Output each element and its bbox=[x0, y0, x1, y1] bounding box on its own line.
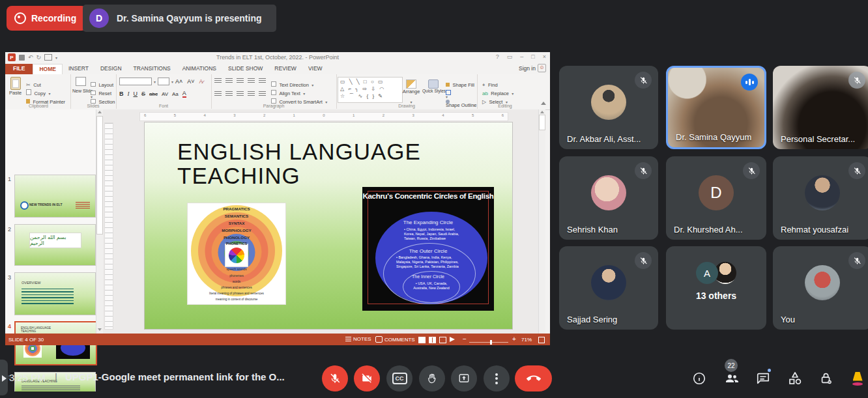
captions-button[interactable]: CC bbox=[386, 365, 412, 391]
help-button[interactable]: ? bbox=[496, 53, 499, 60]
align-center-icon[interactable] bbox=[225, 91, 233, 97]
zoom-in-button[interactable]: + bbox=[512, 335, 516, 343]
align-right-icon[interactable] bbox=[237, 91, 244, 97]
new-slide-button[interactable]: New Slide bbox=[72, 77, 89, 93]
mic-muted-icon bbox=[848, 162, 865, 179]
strikethrough-button[interactable]: S bbox=[141, 91, 145, 97]
quick-access-toolbar[interactable]: P ↶ ↻ ▾ bbox=[8, 53, 57, 61]
slide-sorter-view-button[interactable] bbox=[429, 337, 436, 343]
ppt-window-controls[interactable]: ? ▭ – □ × bbox=[496, 53, 546, 60]
slideshow-view-button[interactable] bbox=[450, 337, 455, 342]
participant-tile-others[interactable]: A 13 others bbox=[666, 246, 766, 330]
tab-home[interactable]: HOME bbox=[33, 64, 63, 74]
participants-button[interactable] bbox=[723, 370, 740, 387]
quick-styles-button[interactable]: Quick Styles bbox=[422, 79, 444, 93]
reading-view-button[interactable] bbox=[439, 337, 446, 343]
collapse-ribbon-icon[interactable] bbox=[541, 102, 546, 105]
slide-thumbnail-3[interactable]: OVERVIEW bbox=[14, 272, 96, 315]
lamp-extension-icon[interactable] bbox=[849, 370, 866, 387]
tab-animations[interactable]: ANIMATIONS bbox=[177, 64, 222, 74]
mic-toggle-button-muted[interactable] bbox=[322, 365, 348, 391]
tab-view[interactable]: VIEW bbox=[302, 64, 328, 74]
editor-scrollbar[interactable] bbox=[538, 109, 545, 334]
numbering-icon[interactable] bbox=[225, 78, 233, 84]
notes-button[interactable]: NOTES bbox=[345, 336, 371, 342]
scroll-down-icon[interactable] bbox=[98, 328, 102, 331]
align-left-icon[interactable] bbox=[214, 91, 222, 97]
fit-to-window-button[interactable] bbox=[538, 337, 545, 343]
raise-hand-button[interactable] bbox=[419, 365, 445, 391]
font-color-button[interactable]: A bbox=[182, 90, 186, 98]
tab-transitions[interactable]: TRANSITIONS bbox=[128, 64, 177, 74]
camera-toggle-button-off[interactable] bbox=[354, 365, 380, 391]
participant-tile-sajjad[interactable]: Sajjad Sering bbox=[559, 246, 658, 330]
decrease-indent-icon[interactable] bbox=[237, 78, 244, 84]
ribbon-display-button[interactable]: ▭ bbox=[507, 53, 513, 60]
columns-icon[interactable] bbox=[259, 91, 266, 97]
activities-button[interactable] bbox=[787, 370, 803, 387]
save-icon[interactable] bbox=[19, 55, 25, 61]
sign-in-link[interactable]: Sign in bbox=[519, 65, 536, 72]
zoom-out-button[interactable]: − bbox=[463, 335, 467, 343]
paste-button[interactable]: Paste bbox=[9, 77, 22, 96]
end-call-button[interactable] bbox=[515, 365, 552, 391]
chat-button[interactable] bbox=[755, 370, 772, 387]
slide-thumbnail-2[interactable]: بسم الله الرحمن الرحيم bbox=[14, 224, 96, 266]
bold-button[interactable]: B bbox=[119, 91, 124, 97]
thumbnail-scrollbar-thumb[interactable] bbox=[96, 116, 103, 235]
participant-tile-rehmat[interactable]: Rehmat yousafzai bbox=[773, 156, 868, 240]
participant-tile-personal-secretary[interactable]: Personal Secretar... bbox=[773, 66, 868, 149]
tab-slide-show[interactable]: SLIDE SHOW bbox=[222, 64, 268, 74]
tab-review[interactable]: REVIEW bbox=[268, 64, 302, 74]
increase-indent-icon[interactable] bbox=[248, 78, 255, 84]
arrange-button[interactable]: Arrange▾ bbox=[400, 79, 422, 106]
participant-tile-khurshed[interactable]: D Dr. Khurshed Ah... bbox=[666, 156, 766, 240]
host-controls-button[interactable] bbox=[818, 370, 835, 387]
normal-view-button[interactable] bbox=[418, 337, 426, 343]
clear-format-icon[interactable]: A̷ bbox=[199, 78, 203, 85]
participant-tile-you[interactable]: You bbox=[773, 246, 868, 330]
participant-tile-akbar[interactable]: Dr. Akbar Ali, Asst... bbox=[559, 66, 658, 149]
undo-icon[interactable]: ↶ bbox=[28, 54, 33, 61]
thumbnail-scrollbar[interactable] bbox=[96, 109, 103, 334]
account-icon[interactable]: ☺ bbox=[538, 64, 546, 72]
zoom-slider[interactable] bbox=[469, 342, 508, 343]
restore-button[interactable]: □ bbox=[531, 53, 534, 60]
shapes-gallery[interactable]: ▭ ╲ ╲ □ ○ ▭△ ⌐ ╮ ⇨ ⇩ ◠☆ ⌒ ∿ { } ✎ bbox=[338, 77, 403, 103]
increase-font-icon[interactable]: A˄ bbox=[175, 78, 182, 85]
powerpoint-logo-icon[interactable]: P bbox=[8, 53, 16, 61]
tab-file[interactable]: FILE bbox=[5, 64, 33, 74]
underline-button[interactable]: U bbox=[134, 91, 138, 97]
char-spacing-button[interactable]: AV bbox=[162, 91, 168, 97]
participant-tile-samina-speaking[interactable]: Dr. Samina Qayyum bbox=[666, 66, 766, 149]
slide-title: ENGLISH LANGUAGE TEACHING bbox=[177, 139, 457, 188]
bullets-icon[interactable] bbox=[214, 78, 222, 84]
participant-tile-sehrish[interactable]: Sehrish Khan bbox=[559, 156, 658, 240]
strike-abc-button[interactable]: abc bbox=[149, 91, 158, 97]
tab-insert[interactable]: INSERT bbox=[63, 64, 94, 74]
redo-icon[interactable]: ↻ bbox=[36, 54, 42, 61]
mic-muted-icon bbox=[743, 162, 760, 179]
minimize-button[interactable]: – bbox=[520, 53, 523, 60]
decrease-font-icon[interactable]: A˅ bbox=[187, 78, 194, 85]
font-name-input[interactable] bbox=[119, 78, 152, 85]
editor-scroll-up-icon[interactable] bbox=[540, 111, 544, 113]
present-screen-button[interactable] bbox=[451, 365, 477, 391]
font-size-input[interactable] bbox=[158, 78, 169, 85]
slide-thumbnail-1[interactable]: NEW TRENDS IN ELT bbox=[14, 175, 96, 218]
scroll-up-icon[interactable] bbox=[98, 111, 102, 113]
comments-button[interactable]: COMMENTS bbox=[375, 336, 415, 343]
meeting-details-button[interactable] bbox=[691, 370, 708, 387]
zoom-slider-thumb[interactable] bbox=[490, 340, 492, 345]
justify-icon[interactable] bbox=[248, 91, 255, 97]
editor-scrollbar-thumb[interactable] bbox=[539, 115, 545, 130]
close-button[interactable]: × bbox=[543, 53, 546, 60]
italic-button[interactable]: I bbox=[128, 91, 130, 97]
qat-dropdown-icon[interactable]: ▾ bbox=[55, 55, 57, 60]
line-spacing-icon[interactable] bbox=[259, 78, 266, 84]
expand-arrow-icon[interactable] bbox=[2, 375, 7, 382]
more-options-button[interactable] bbox=[484, 365, 510, 391]
change-case-button[interactable]: Aa bbox=[172, 91, 179, 97]
tab-design[interactable]: DESIGN bbox=[94, 64, 128, 74]
start-slideshow-icon[interactable] bbox=[44, 54, 52, 61]
